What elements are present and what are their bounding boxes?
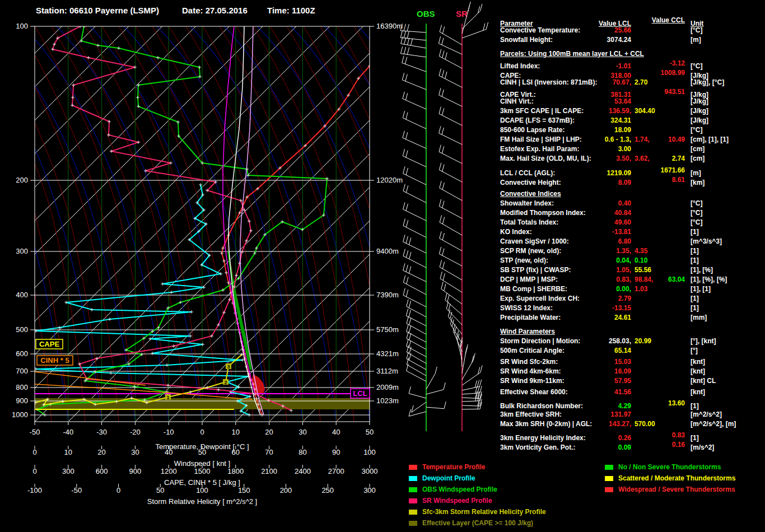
axis-tick-label: 0 <box>32 448 36 456</box>
value-lcl: 0.09 <box>618 443 631 452</box>
height-label: 3112m <box>376 367 398 375</box>
value-lcl: 15.03 <box>614 357 631 367</box>
param-label: SB STP (fix) | CWASP: <box>500 266 571 274</box>
pressure-label: 400 <box>16 291 28 299</box>
param-label: SR Wind 9km-11km: <box>500 377 565 385</box>
param-label: Effective Shear 6000: <box>500 388 568 396</box>
axis-tick-label: 0 <box>200 428 204 436</box>
param-label: CINH | LSI (Inversion: 871mB): <box>500 78 597 86</box>
legend-label: Scattered / Moderate Thunderstorms <box>618 473 735 484</box>
axis-tick-label: 100 <box>196 486 208 494</box>
legend-label: OBS Windspeed Profile <box>422 484 497 495</box>
value-lcl: 40.84 <box>614 208 631 218</box>
table-row: SCP RM (new, old):1.35,4.35[1] <box>500 246 763 256</box>
unit-label: [1], [%], [%] <box>691 276 727 283</box>
axis-tick-label: 900 <box>129 467 142 475</box>
unit-label: [knt] <box>691 388 705 396</box>
height-label: 7390m <box>376 291 399 299</box>
table-section-title: Convective Indices <box>500 189 763 199</box>
value-ccl: 2.74 <box>672 155 685 162</box>
value-ccl-left: 570.00 <box>635 420 655 428</box>
value-ccl: 63.04 <box>668 276 685 283</box>
axis-tick-label: 1500 <box>194 467 211 475</box>
value-lcl: 131.97 <box>610 410 631 419</box>
unit-label: [1] <box>691 247 699 255</box>
table-row: 850-600 Lapse Rate:18.09[°C] <box>500 125 763 135</box>
value-ccl: 1671.66 <box>661 166 685 174</box>
unit-label: [m^2/s^2], [m] <box>691 420 736 428</box>
table-row: SR Wind 4km-6km:16.09[knt] <box>500 367 763 376</box>
value-ccl: 10.49 <box>668 136 685 143</box>
param-label: 850-600 Lapse Rate: <box>500 126 565 134</box>
axis-tick-label: 300 <box>363 486 376 494</box>
axis-tick-label: 50 <box>198 448 206 456</box>
axis-tick-label: 100 <box>363 448 376 456</box>
axis-tick-label: 1200 <box>161 467 177 475</box>
table-row: Storm Direction | Motion:258.03,20.99[°]… <box>500 337 763 346</box>
unit-label: [1] <box>691 304 699 312</box>
table-row: Precipitable Water:24.61[mm] <box>500 313 763 323</box>
param-label: MB Comp | SHERBE: <box>500 285 567 293</box>
unit-label: [°], [knt] <box>691 337 716 345</box>
param-label: SR Wind 4km-6km: <box>500 367 561 375</box>
legend-swatch-icon <box>409 521 417 526</box>
wind-barbs <box>400 24 446 416</box>
value-ccl-left: 55.56 <box>635 266 651 274</box>
table-row: DCP | MMP | MSP:0.83,98.84,63.04[1], [%]… <box>500 275 763 284</box>
axis-tick-label: 250 <box>321 486 334 494</box>
param-label: 3km SFC CAPE | IL CAPE: <box>500 107 584 115</box>
param-label: Precipitable Water: <box>500 314 561 321</box>
value-lcl: 2.79 <box>618 294 631 304</box>
value-ccl-left: 20.99 <box>635 337 651 345</box>
table-row: CINH Virt.:53.64[J/kg] <box>500 97 763 106</box>
axis-tick-label: 2700 <box>328 467 344 475</box>
axis-tick-label: -50 <box>30 428 40 436</box>
axis-tick-label: 200 <box>280 486 292 494</box>
param-label: 3km Vorticity Gen. Pot.: <box>500 444 575 451</box>
height-label: 5750m <box>376 325 399 334</box>
legend-item: Temperature Profile <box>409 461 546 473</box>
param-label: Snowfall Height: <box>500 36 553 44</box>
table-row: SWISS 12 Index:-13.15[1] <box>500 304 763 313</box>
table-row: 3km Effective SRH:131.97[m^2/s^2] <box>500 410 763 419</box>
param-label: KO Index: <box>500 228 532 236</box>
height-label: 2009m <box>376 383 399 391</box>
pressure-label: 500 <box>16 325 28 334</box>
value-ccl: 943.51 <box>664 88 685 96</box>
param-label: Craven SigSvr / 1000: <box>500 237 569 245</box>
unit-label: [°C] <box>691 126 702 134</box>
param-label: Max 3km SRH (0-2km) | AGL: <box>500 420 592 428</box>
table-row: SR Wind Sfc-2km:15.03[knt] <box>500 357 763 367</box>
legend-item: Effective Layer (CAPE >= 100 J/kg) <box>409 517 546 529</box>
unit-label: [knt] <box>691 358 705 366</box>
legend-swatch-icon <box>409 487 417 492</box>
value-ccl-left: 1.03 <box>635 285 647 293</box>
table-row: Snowfall Height:3074.24[m] <box>500 35 763 45</box>
param-label: FM Hail Size | SHIP | LHP: <box>500 136 582 143</box>
pressure-label: 900 <box>16 396 28 405</box>
table-row: Effective Shear 6000:41.56[knt] <box>500 388 763 397</box>
pressure-label: 1000 <box>12 410 28 419</box>
axis-tick-label: 0 <box>32 467 36 475</box>
value-lcl: 49.60 <box>614 218 631 227</box>
table-row: Modified Thompson Index:40.84[°C] <box>500 208 763 218</box>
value-lcl: 16.09 <box>614 367 631 376</box>
table-row: Total Totals Index:49.60[°C] <box>500 218 763 227</box>
axis-tick-label: -100 <box>27 486 42 494</box>
unit-label: [cm] <box>691 155 705 162</box>
axis-tick-label: 0 <box>116 486 120 494</box>
param-label: STP (new, old): <box>500 256 548 264</box>
legend-item: Scattered / Moderate Thunderstorms <box>605 473 735 484</box>
legend-item: Sfc-3km Storm Relative Helicity Profile <box>409 506 546 517</box>
value-lcl: 143.27, <box>609 419 631 429</box>
axis-tick-label: 70 <box>265 448 273 456</box>
value-ccl-left: 1.74, <box>635 136 650 143</box>
table-row: Bulk Richardson Number:4.2913.60[1] <box>500 399 763 408</box>
temperature-line <box>222 66 370 415</box>
table-row: 3km Energy Helicity Index:0.260.83[1] <box>500 431 763 440</box>
param-label: Exp. Supercell Index CH: <box>500 295 580 302</box>
parcel-lcl-line <box>228 26 260 415</box>
height-label: 9400m <box>376 247 399 255</box>
value-lcl: 24.61 <box>614 313 631 323</box>
value-lcl: -13.15 <box>612 304 631 313</box>
